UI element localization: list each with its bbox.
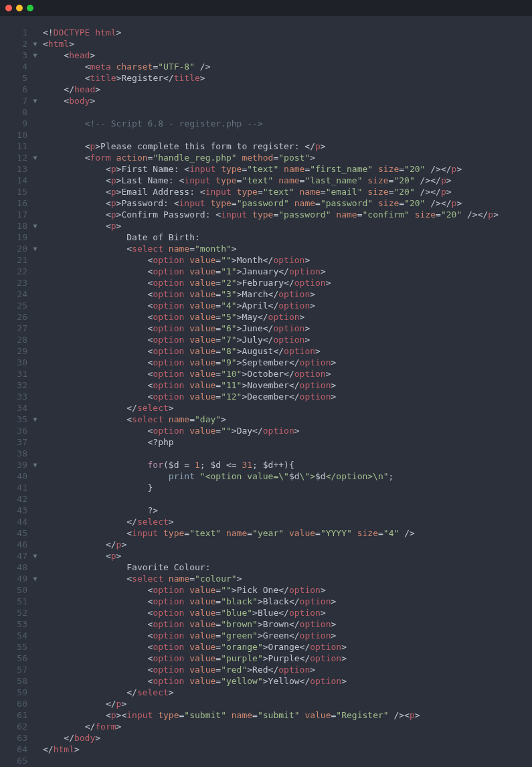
window-maximize-icon[interactable]: [27, 5, 33, 11]
code-line[interactable]: <p>: [43, 550, 499, 562]
code-line[interactable]: <option value="yellow">Yellow</option>: [43, 675, 499, 687]
code-line[interactable]: <option value="7">July</option>: [43, 334, 499, 345]
code-line[interactable]: <p>Email Address: <input type="text" nam…: [43, 186, 499, 197]
code-line[interactable]: <option value="10">October</option>: [43, 368, 499, 379]
fold-marker[interactable]: ▼: [30, 573, 40, 584]
code-line[interactable]: <body>: [43, 95, 499, 106]
code-line[interactable]: <option value="">Pick One</option>: [43, 584, 499, 596]
code-line[interactable]: </select>: [43, 687, 499, 698]
code-line[interactable]: <option value="3">March</option>: [43, 288, 499, 300]
code-line[interactable]: <option value="5">May</option>: [43, 311, 499, 323]
code-line[interactable]: print "<option value=\"$d\">$d</option>\…: [43, 471, 499, 482]
code-line[interactable]: <form action="handle_reg.php" method="po…: [43, 152, 499, 163]
code-line[interactable]: <option value="8">August</option>: [43, 345, 499, 357]
code-line[interactable]: <meta charset="UTF-8" />: [43, 61, 499, 72]
titlebar: [0, 0, 532, 16]
code-line[interactable]: <?php: [43, 436, 499, 448]
fold-marker: [30, 163, 40, 175]
fold-marker[interactable]: ▼: [30, 220, 40, 232]
window-close-icon[interactable]: [5, 5, 12, 11]
fold-marker: [30, 368, 40, 379]
fold-marker[interactable]: ▼: [30, 50, 40, 61]
fold-marker[interactable]: ▼: [30, 95, 40, 106]
code-line[interactable]: <html>: [43, 38, 499, 50]
code-line[interactable]: </select>: [43, 516, 499, 527]
code-line[interactable]: <option value="2">February</option>: [43, 277, 499, 288]
code-line[interactable]: <option value="">Month</option>: [43, 254, 499, 266]
code-line[interactable]: <option value="black">Black</option>: [43, 596, 499, 607]
line-number: 63: [0, 732, 27, 744]
code-line[interactable]: <option value="">Day</option>: [43, 425, 499, 436]
fold-marker[interactable]: ▼: [30, 459, 40, 471]
code-line[interactable]: <!DOCTYPE html>: [43, 27, 499, 38]
line-number: 26: [0, 311, 27, 323]
code-line[interactable]: <option value="12">December</option>: [43, 391, 499, 402]
code-line[interactable]: <p>Last Name: <input type="text" name="l…: [43, 175, 499, 186]
line-number: 41: [0, 482, 27, 493]
fold-marker[interactable]: ▼: [30, 243, 40, 254]
fold-marker: [30, 744, 40, 755]
code-line[interactable]: [43, 448, 499, 459]
code-line[interactable]: <option value="orange">Orange</option>: [43, 641, 499, 653]
code-line[interactable]: </p>: [43, 698, 499, 709]
line-number: 33: [0, 391, 27, 402]
code-line[interactable]: </html>: [43, 744, 499, 755]
code-line[interactable]: </head>: [43, 84, 499, 95]
fold-marker: [30, 471, 40, 482]
code-line[interactable]: [43, 755, 499, 766]
code-line[interactable]: <option value="blue">Blue</option>: [43, 607, 499, 618]
code-line[interactable]: [43, 493, 499, 505]
code-line[interactable]: <!-- Script 6.8 - register.php -->: [43, 118, 499, 129]
code-content[interactable]: <!DOCTYPE html><html> <head> <meta chars…: [40, 16, 499, 766]
code-line[interactable]: <p>Password: <input type="password" name…: [43, 197, 499, 209]
code-line[interactable]: <option value="11">November</option>: [43, 379, 499, 391]
code-line[interactable]: <p>Confirm Password: <input type="passwo…: [43, 209, 499, 220]
fold-marker[interactable]: ▼: [30, 550, 40, 562]
code-line[interactable]: <p>First Name: <input type="text" name="…: [43, 163, 499, 175]
code-line[interactable]: for($d = 1; $d <= 31; $d++){: [43, 459, 499, 471]
code-line[interactable]: [43, 106, 499, 118]
line-number: 28: [0, 334, 27, 345]
code-line[interactable]: <select name="month">: [43, 243, 499, 254]
code-line[interactable]: <option value="6">June</option>: [43, 323, 499, 334]
line-number: 37: [0, 436, 27, 448]
code-line[interactable]: <select name="day">: [43, 414, 499, 425]
code-line[interactable]: ?>: [43, 505, 499, 516]
line-number: 27: [0, 323, 27, 334]
line-number: 22: [0, 266, 27, 277]
code-line[interactable]: <p>: [43, 220, 499, 232]
code-line[interactable]: <option value="green">Green</option>: [43, 630, 499, 641]
fold-marker: [30, 118, 40, 129]
code-line[interactable]: <p>Please complete this form to register…: [43, 141, 499, 152]
code-editor[interactable]: 1234567891011121314151617181920212223242…: [0, 16, 532, 766]
code-line[interactable]: <option value="4">April</option>: [43, 300, 499, 311]
code-line[interactable]: </p>: [43, 539, 499, 550]
code-line[interactable]: <option value="9">September</option>: [43, 357, 499, 368]
code-line[interactable]: <option value="purple">Purple</option>: [43, 653, 499, 664]
code-line[interactable]: <head>: [43, 50, 499, 61]
fold-marker[interactable]: ▼: [30, 152, 40, 163]
fold-marker[interactable]: ▼: [30, 38, 40, 50]
code-line[interactable]: <input type="text" name="year" value="YY…: [43, 527, 499, 539]
code-line[interactable]: </select>: [43, 402, 499, 414]
fold-marker: [30, 84, 40, 95]
code-line[interactable]: <option value="brown">Brown</option>: [43, 618, 499, 630]
code-line[interactable]: Date of Birth:: [43, 232, 499, 243]
code-line[interactable]: <title>Register</title>: [43, 72, 499, 84]
code-line[interactable]: </body>: [43, 732, 499, 744]
code-line[interactable]: Favorite Colour:: [43, 562, 499, 573]
line-number: 30: [0, 357, 27, 368]
code-line[interactable]: </form>: [43, 721, 499, 732]
fold-marker: [30, 129, 40, 141]
code-line[interactable]: <option value="1">January</option>: [43, 266, 499, 277]
fold-marker: [30, 641, 40, 653]
code-line[interactable]: <option value="red">Red</option>: [43, 664, 499, 675]
fold-marker[interactable]: ▼: [30, 414, 40, 425]
code-line[interactable]: <select name="colour">: [43, 573, 499, 584]
code-line[interactable]: [43, 129, 499, 141]
code-line[interactable]: }: [43, 482, 499, 493]
code-line[interactable]: <p><input type="submit" name="submit" va…: [43, 709, 499, 721]
window-minimize-icon[interactable]: [16, 5, 23, 11]
line-number: 60: [0, 698, 27, 709]
fold-marker: [30, 61, 40, 72]
